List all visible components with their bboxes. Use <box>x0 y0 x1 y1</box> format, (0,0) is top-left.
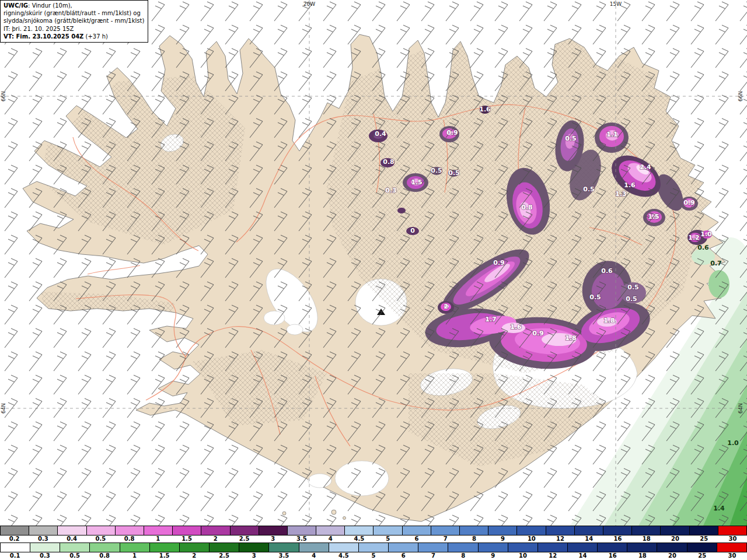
legend-cell <box>568 543 598 552</box>
legend-cell <box>389 543 418 552</box>
legend-value: 20 <box>661 536 689 542</box>
snow-legend-line: slydda/snjókoma (grátt/bleikt/grænt - mm… <box>4 17 145 24</box>
legend-value: 0.4 <box>57 536 86 542</box>
legend-cell <box>448 543 478 552</box>
legend-value: 7 <box>418 552 448 560</box>
precip-value-label: 0.9 <box>446 129 458 136</box>
parallel-label-64n-left: 64N <box>1 403 6 414</box>
weather-map: 0.40.81.50.30.90.50.501.60.80.50.51.12.4… <box>0 0 747 560</box>
precip-value-label: 1.3 <box>615 190 627 198</box>
legend-cell <box>460 526 488 535</box>
valid-time-bold: VT: Fim. 23.10.2025 04Z <box>4 33 83 40</box>
precip-value-label: 1.6 <box>624 181 636 189</box>
snow-scale-labels: 0.20.30.40.50.811.522.533.544.5567891012… <box>0 536 747 542</box>
legend-value: 4 <box>299 552 329 560</box>
legend-value: 1 <box>120 552 149 560</box>
legend-value: 6 <box>389 552 418 560</box>
snow-scale-bar <box>0 526 747 536</box>
precip-value-label: 0.5 <box>565 135 577 142</box>
rain-scale-labels: 0.10.30.50.811.522.533.544.5567891012141… <box>0 552 747 560</box>
legend-cell <box>632 526 661 535</box>
legend-value: 0.2 <box>0 536 29 542</box>
legend-value: 25 <box>687 552 717 560</box>
meridian-label-20w: 20W <box>303 1 315 7</box>
legend-value: 8 <box>460 536 488 542</box>
legend-cell <box>180 543 210 552</box>
legend-cell <box>657 543 687 552</box>
legend-cell <box>403 526 431 535</box>
precip-value-label: 0.6 <box>601 267 613 275</box>
legend-cell <box>575 526 603 535</box>
precip-value-label: 0.6 <box>697 244 709 251</box>
legend-value: 0.3 <box>30 552 60 560</box>
legend-value: 10 <box>508 552 537 560</box>
legend-cell <box>150 543 180 552</box>
legend-value: 18 <box>632 536 661 542</box>
legend-cell <box>144 526 173 535</box>
legend-value: 18 <box>627 552 657 560</box>
legend-cell <box>359 543 389 552</box>
legend-value: 16 <box>603 536 632 542</box>
legend-value: 2.5 <box>230 536 259 542</box>
legend-value: 3.5 <box>287 536 316 542</box>
legend-value: 10 <box>517 536 546 542</box>
map-canvas: 0.40.81.50.30.90.50.501.60.80.50.51.12.4… <box>0 0 747 560</box>
valid-time-offset: (+37 h) <box>83 33 108 40</box>
legend-value: 16 <box>598 552 627 560</box>
valid-time: VT: Fim. 23.10.2025 04Z (+37 h) <box>4 33 145 40</box>
legend-value: 1 <box>144 536 172 542</box>
legend-cell <box>60 543 90 552</box>
legend-value: 3 <box>239 552 269 560</box>
wind-barbs-layer <box>0 0 747 527</box>
precip-value-label: 0.9 <box>493 259 505 267</box>
legend-value: 2 <box>179 552 209 560</box>
legend-cell <box>87 526 116 535</box>
legend-value: 5 <box>358 552 388 560</box>
precip-value-label: 0.7 <box>710 260 722 267</box>
legend-value: 3 <box>259 536 287 542</box>
legend-cell <box>598 543 627 552</box>
legend-value: 7 <box>431 536 460 542</box>
parallel-label-64n-right: 64N <box>738 403 743 414</box>
legend-cell <box>29 526 58 535</box>
legend-value: 6 <box>402 536 431 542</box>
legend-value: 0.5 <box>60 552 89 560</box>
rain-legend-line: rigning/skúrir (grænt/blátt/rautt - mm/1… <box>4 9 145 17</box>
legend-cell <box>661 526 689 535</box>
legend-value: 0.8 <box>90 552 120 560</box>
legend-value: 9 <box>488 536 517 542</box>
legend-value: 2 <box>201 536 230 542</box>
legend-cell <box>299 543 329 552</box>
legend-value: 4.5 <box>345 536 374 542</box>
legend-cell <box>479 543 508 552</box>
legend-cell <box>627 543 657 552</box>
precip-value-label: 1.0 <box>727 439 739 447</box>
precip-value-label: 1.5 <box>648 213 659 220</box>
precip-value-label: 2 <box>444 303 448 310</box>
precip-value-label: 1.8 <box>603 317 615 324</box>
parallel-label-66n-right: 66N <box>738 91 743 102</box>
legend-cell <box>90 543 120 552</box>
precip-value-label: 0.5 <box>583 186 595 193</box>
legend-cell <box>210 543 239 552</box>
legend-cell <box>517 526 546 535</box>
legend-value: 14 <box>568 552 598 560</box>
precip-value-label: 0 <box>410 227 415 235</box>
legend-value: 0.5 <box>86 536 115 542</box>
legend-value: 14 <box>575 536 603 542</box>
precip-value-label: 1.8 <box>565 334 577 342</box>
rain-scale-bar <box>0 542 747 552</box>
legend-cell <box>173 526 201 535</box>
legend-value: 0.1 <box>0 552 30 560</box>
product-code: UWC/IG <box>4 2 28 9</box>
precip-value-label: 1.7 <box>485 316 497 323</box>
legend-cell <box>345 526 374 535</box>
precip-value-label: 1.6 <box>479 106 491 113</box>
precip-value-label: 1.1 <box>606 131 618 138</box>
legend-cell <box>120 543 150 552</box>
legend-value: 1.5 <box>149 552 179 560</box>
legend-cell <box>329 543 359 552</box>
precip-value-label: 0.5 <box>431 167 442 174</box>
precip-value-label: 0.3 <box>385 187 397 194</box>
legend-cell <box>269 543 299 552</box>
